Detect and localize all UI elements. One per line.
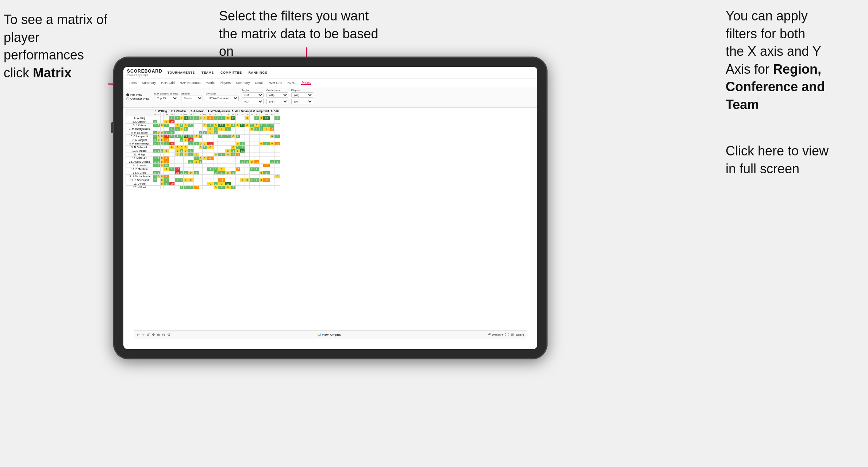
- matrix-cell: [153, 153, 157, 157]
- tab-matrix2[interactable]: Matrix: [301, 81, 312, 85]
- row-name-cell: 12. M Riedel: [126, 157, 153, 160]
- conference-select2[interactable]: (All): [266, 99, 288, 104]
- matrix-cell: 4: [193, 171, 199, 175]
- tablet-side-button[interactable]: [111, 122, 113, 133]
- matrix-cell: [174, 175, 180, 178]
- matrix-cell: [225, 146, 231, 149]
- tab-matrix[interactable]: Matrix: [205, 81, 216, 85]
- redo-icon[interactable]: ↪: [142, 333, 145, 337]
- matrix-cell: [218, 138, 225, 142]
- matrix-cell: [199, 164, 202, 167]
- matrix-cell: 0: [236, 149, 240, 153]
- sub-t3: T: [199, 113, 202, 116]
- matrix-cell: [160, 167, 164, 171]
- row-name-header: [126, 113, 153, 116]
- nav-rankings[interactable]: RANKINGS: [249, 71, 268, 74]
- matrix-cell: 2: [153, 178, 157, 182]
- matrix-cell: 1: [153, 124, 157, 127]
- matrix-cell: 11: [240, 124, 245, 127]
- matrix-cell: [180, 164, 183, 167]
- zoom-in-icon[interactable]: ⊕: [157, 333, 160, 337]
- matrix-cell: [270, 138, 274, 142]
- matrix-cell: [169, 124, 174, 127]
- gender-select[interactable]: Men's: [181, 96, 203, 101]
- matrix-cell: [207, 175, 214, 178]
- max-players-select[interactable]: Top 25: [154, 96, 178, 101]
- full-view-radio[interactable]: Full View: [126, 93, 149, 96]
- matrix-cell: [225, 157, 231, 160]
- tab-h2h-grid[interactable]: H2H Grid: [160, 81, 176, 85]
- zoom-out-icon[interactable]: ⊖: [162, 333, 165, 337]
- nav-teams[interactable]: TEAMS: [201, 71, 214, 74]
- division-filter: Division NCAA Division I: [206, 92, 239, 101]
- matrix-cell: [174, 142, 180, 146]
- matrix-cell: 3: [180, 186, 183, 189]
- matrix-cell: [160, 120, 164, 124]
- tab-detail[interactable]: Detail: [254, 81, 264, 85]
- matrix-cell: [180, 157, 183, 160]
- refresh-icon[interactable]: ↺: [147, 333, 150, 337]
- matrix-cell: [259, 146, 263, 149]
- matrix-cell: 6: [214, 131, 218, 135]
- watch-btn[interactable]: 👁 Watch ▾: [488, 333, 503, 336]
- matrix-cell: [218, 149, 225, 153]
- share-btn[interactable]: Share: [516, 333, 524, 336]
- grid-icon[interactable]: ⊞: [511, 333, 514, 337]
- division-select[interactable]: NCAA Division I: [206, 96, 239, 101]
- players-select1[interactable]: (All): [291, 92, 313, 98]
- settings-icon[interactable]: ⚙: [167, 333, 170, 337]
- matrix-cell: [214, 160, 218, 164]
- tab-h2h-heatmap[interactable]: H2H Heatmap: [179, 81, 201, 85]
- pan-icon[interactable]: ✥: [152, 333, 155, 337]
- matrix-cell: [188, 167, 193, 171]
- matrix-cell: 0: [199, 157, 202, 160]
- table-row: 6. C Lamprecht100-1824124305110601: [126, 135, 280, 138]
- matrix-cell: 0: [263, 127, 270, 131]
- matrix-cell: [169, 138, 174, 142]
- matrix-cell: -18: [164, 135, 169, 138]
- conference-select1[interactable]: (All): [266, 92, 288, 98]
- table-row: 1. W Ding120111100-212017010132: [126, 116, 280, 120]
- tab-players[interactable]: Players: [219, 81, 231, 85]
- matrix-cell: [254, 120, 259, 124]
- table-row: 4. M Thorbjornsen110101010110-6: [126, 127, 280, 131]
- matrix-cell: [199, 138, 202, 142]
- tab-summary[interactable]: Summary: [141, 81, 157, 85]
- undo-icon[interactable]: ↩: [137, 333, 139, 337]
- matrix-cell: [218, 160, 225, 164]
- matrix-cell: [263, 138, 270, 142]
- tab-h2h2[interactable]: H2H...: [287, 81, 297, 85]
- matrix-cell: [188, 131, 193, 135]
- matrix-cell: [259, 182, 263, 186]
- matrix-cell: [240, 116, 245, 120]
- matrix-cell: [214, 149, 218, 153]
- matrix-cell: 0: [259, 178, 263, 182]
- matrix-cell: 0: [259, 142, 263, 146]
- matrix-cell: [225, 175, 231, 178]
- matrix-cell: [193, 146, 199, 149]
- tablet-frame: SCOREBOARD Powered by clippd TOURNAMENTS…: [113, 57, 548, 359]
- matrix-cell: [231, 127, 235, 131]
- matrix-cell: 7: [231, 186, 235, 189]
- compact-view-radio[interactable]: Compact View: [126, 97, 149, 100]
- region-select1[interactable]: N/A: [242, 92, 264, 98]
- view-original-btn[interactable]: 📊 View: Original: [318, 333, 341, 336]
- matrix-cell: [207, 186, 214, 189]
- matrix-cell: 0: [231, 135, 235, 138]
- tab-summary2[interactable]: Summary: [235, 81, 251, 85]
- fullscreen-btn[interactable]: ⛶: [505, 333, 509, 337]
- matrix-cell: 2: [245, 160, 250, 164]
- matrix-cell: [218, 157, 225, 160]
- tab-h2h-grid2[interactable]: H2H Grid: [268, 81, 283, 85]
- nav-committee[interactable]: COMMITTEE: [220, 71, 242, 74]
- row-name-cell: 6. C Lamprecht: [126, 135, 153, 138]
- region-label: Region: [242, 89, 264, 92]
- region-select2[interactable]: N/A: [242, 99, 264, 104]
- table-row: 18. C Sherwood2011300-1100220-10: [126, 178, 280, 182]
- tab-teams[interactable]: Teams: [126, 81, 138, 85]
- sub-l7: L: [274, 113, 280, 116]
- row-name-cell: 15. P Maichon: [126, 167, 153, 171]
- nav-tournaments[interactable]: TOURNAMENTS: [168, 71, 195, 74]
- matrix-cell: 0: [169, 146, 174, 149]
- players-select2[interactable]: (All): [291, 99, 313, 104]
